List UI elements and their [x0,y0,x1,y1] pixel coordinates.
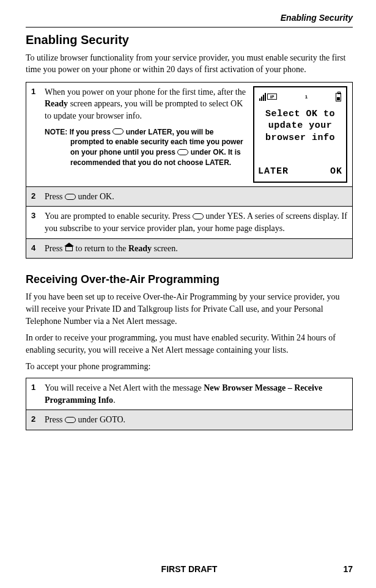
softkey-button-icon [177,149,188,155]
softkey-button-icon [65,417,76,423]
step-number: 4 [31,243,45,254]
step-1: 1 iP 1 Select OK to update your browser … [26,83,352,187]
footer-page-number: 17 [343,564,353,576]
softkey-button-icon [65,194,76,200]
ip-icon: iP [267,94,277,100]
phone-msg-line2: update your [257,120,344,132]
step-number: 1 [31,86,45,97]
otap-paragraph-1: If you have been set up to receive Over-… [26,291,353,327]
step-content: Press under OK. [45,191,347,203]
step-content: Press to return to the Ready screen. [45,243,347,255]
intro-paragraph: To utilize browser functionality from yo… [26,52,353,76]
phone-msg-line3: browser info [257,132,344,144]
footer-draft-label: FIRST DRAFT [26,564,353,576]
phone-softkeys: LATER OK [258,165,342,178]
step-number: 1 [31,382,45,393]
step-content: You are prompted to enable security. Pre… [45,210,347,234]
phone-message: Select OK to update your browser info [257,108,344,144]
softkey-right: OK [330,165,342,178]
phone-status-bar: iP 1 [257,91,344,103]
step-content: You will receive a Net Alert with the me… [45,382,347,406]
section-heading-enabling-security: Enabling Security [26,31,353,48]
phone-screen-illustration: iP 1 Select OK to update your browser in… [253,86,347,183]
otap-paragraph-3: To accept your phone programming: [26,361,353,373]
softkey-button-icon [112,128,123,134]
step-4: 4 Press to return to the Ready screen. [26,239,352,259]
status-indicator: 1 [305,94,308,100]
otap-step-1: 1 You will receive a Net Alert with the … [26,378,352,410]
header-rule [26,27,353,28]
step-number: 2 [31,414,45,425]
otap-step-2: 2 Press under GOTO. [26,410,352,430]
step-content: Press under GOTO. [45,414,347,426]
section-heading-otap: Receiving Over-the-Air Programming [26,272,353,287]
steps-table-2: 1 You will receive a Net Alert with the … [26,378,353,430]
step-2: 2 Press under OK. [26,187,352,207]
signal-icon [259,94,266,101]
softkey-left: LATER [258,165,289,178]
step-number: 2 [31,191,45,202]
softkey-button-icon [193,213,204,219]
phone-msg-line1: Select OK to [257,108,344,120]
step-number: 3 [31,210,45,221]
home-button-icon [65,245,73,251]
running-header: Enabling Security [26,12,353,24]
steps-table-1: 1 iP 1 Select OK to update your browser … [26,82,353,259]
page-footer: FIRST DRAFT 17 [26,564,353,576]
otap-paragraph-2: In order to receive your programming, yo… [26,332,353,356]
step-content: iP 1 Select OK to update your browser in… [45,86,347,183]
battery-icon [336,93,341,101]
step-3: 3 You are prompted to enable security. P… [26,207,352,238]
